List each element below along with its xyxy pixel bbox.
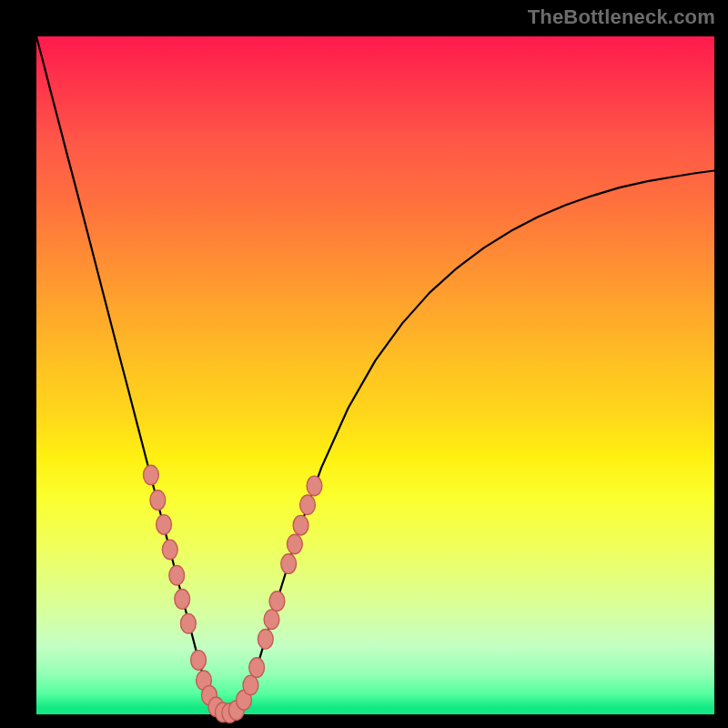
watermark-text: TheBottleneck.com — [528, 5, 715, 29]
bead — [150, 490, 166, 511]
bead — [191, 651, 207, 671]
bead-group — [144, 465, 322, 723]
bead — [258, 630, 273, 650]
chart-svg — [36, 36, 714, 714]
bead — [162, 540, 177, 560]
bead — [144, 465, 159, 485]
bead — [169, 565, 185, 585]
bead — [300, 495, 316, 515]
bottleneck-curve — [36, 36, 714, 713]
bead — [180, 613, 196, 633]
bead — [287, 534, 302, 554]
bead — [269, 592, 285, 612]
bead — [264, 610, 279, 630]
bead — [281, 554, 297, 574]
bead — [293, 515, 308, 535]
chart-stage: TheBottleneck.com — [0, 0, 728, 728]
bead — [175, 590, 190, 610]
bead — [243, 675, 258, 695]
bead — [307, 476, 322, 496]
bead — [249, 658, 265, 678]
bead — [157, 515, 172, 535]
plot-area — [36, 36, 714, 714]
